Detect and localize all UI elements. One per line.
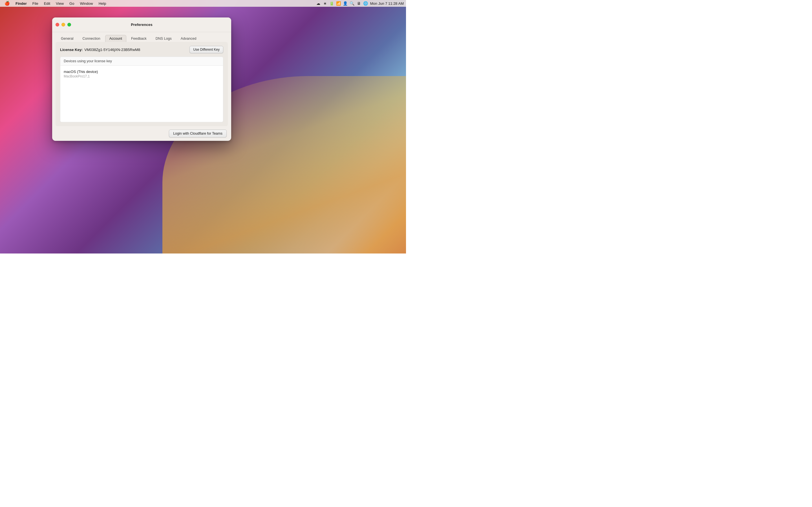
close-button[interactable] [56,23,59,26]
edit-menu[interactable]: Edit [42,1,52,6]
vpn-icon: 🌐 [363,1,368,6]
go-menu[interactable]: Go [67,1,77,6]
minimize-button[interactable] [61,23,65,26]
menubar-left: 🍎 Finder File Edit View Go Window Help [2,1,108,6]
license-key-value: VM038Zg1-5Y146jXN-23B5RwM8 [84,48,140,52]
menubar-right: ☁ ∗ 🔋 📶 👤 🔍 🖥 🌐 Mon Jun 7 11:28 AM [316,1,404,6]
file-menu[interactable]: File [30,1,41,6]
device-model: MacBookPro17,1 [64,74,220,78]
user-icon[interactable]: 👤 [343,1,348,6]
bluetooth-icon[interactable]: ∗ [323,1,327,6]
menubar: 🍎 Finder File Edit View Go Window Help ☁… [0,0,406,7]
help-menu[interactable]: Help [96,1,109,6]
tab-connection[interactable]: Connection [78,35,104,42]
footer: Login with Cloudflare for Teams [52,126,231,141]
search-icon[interactable]: 🔍 [350,1,354,6]
devices-list: macOS (This device) MacBookPro17,1 [60,66,223,122]
window-menu[interactable]: Window [78,1,95,6]
apple-menu[interactable]: 🍎 [2,1,12,6]
tab-general[interactable]: General [57,35,78,42]
tab-advanced[interactable]: Advanced [176,35,201,42]
datetime-display: Mon Jun 7 11:28 AM [370,1,404,6]
devices-header: Devices using your license key [60,57,223,66]
tab-feedback[interactable]: Feedback [127,35,151,42]
license-key-label: License Key: [60,48,83,52]
tab-dns-logs[interactable]: DNS Logs [151,35,176,42]
wifi-icon[interactable]: 📶 [336,1,341,6]
device-name: macOS (This device) [64,69,220,74]
screen-icon: 🖥 [357,1,361,6]
window-title: Preferences [131,22,153,27]
license-left: License Key: VM038Zg1-5Y146jXN-23B5RwM8 [60,48,140,52]
preferences-window: Preferences General Connection Account F… [52,17,231,141]
titlebar: Preferences [52,17,231,32]
devices-section: Devices using your license key macOS (Th… [60,57,223,122]
view-menu[interactable]: View [54,1,66,6]
use-different-key-button[interactable]: Use Different Key [190,46,223,53]
login-cloudflare-button[interactable]: Login with Cloudflare for Teams [169,129,227,137]
license-row: License Key: VM038Zg1-5Y146jXN-23B5RwM8 … [60,46,223,53]
cloud-icon: ☁ [316,1,320,6]
window-controls [56,23,71,26]
tab-account[interactable]: Account [105,35,126,42]
list-item: macOS (This device) MacBookPro17,1 [64,68,220,79]
account-content: License Key: VM038Zg1-5Y146jXN-23B5RwM8 … [56,42,228,126]
finder-menu[interactable]: Finder [13,1,29,6]
battery-icon: 🔋 [329,1,334,6]
tab-bar: General Connection Account Feedback DNS … [52,32,231,42]
zoom-button[interactable] [67,23,71,26]
